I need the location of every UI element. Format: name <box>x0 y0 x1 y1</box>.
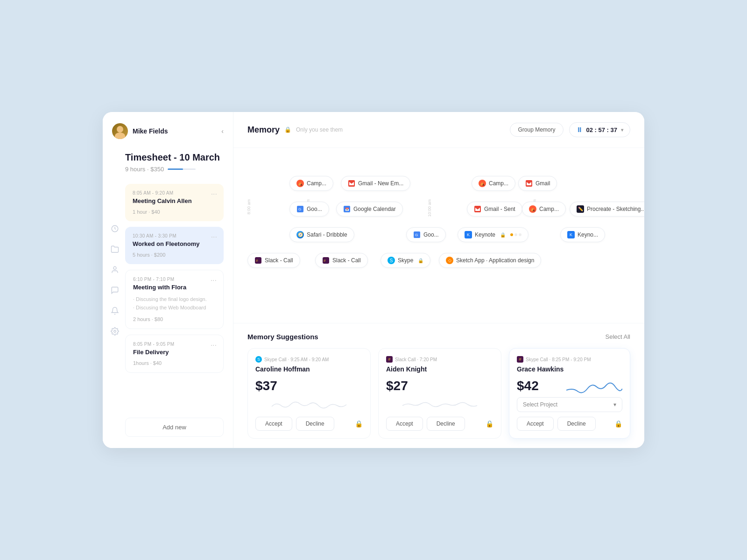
suggestions-grid: S Skype Call · 9:25 AM - 9:20 AM Carolin… <box>247 348 630 439</box>
task-meta-1: 1 hour · $40 <box>133 209 216 215</box>
bubble-google-1-label: Goo... <box>307 206 322 212</box>
bubble-gcal[interactable]: 📅 Google Calendar <box>336 202 403 217</box>
suggestion-name-1: Caroline Hoffman <box>255 365 363 373</box>
bubble-gcal-label: Google Calendar <box>353 206 396 212</box>
bubble-procreate[interactable]: ✏️ Procreate - Sketching... <box>570 202 644 217</box>
suggestions-section: Memory Suggestions Select All S Skype Ca… <box>233 323 644 448</box>
task-meta-2: 5 hours · $200 <box>133 252 216 258</box>
campfire-icon-1: ⛺ <box>296 180 304 187</box>
bubble-sketch[interactable]: ◇ Sketch App · Application design <box>439 253 541 268</box>
timer-pause-icon[interactable]: ⏸ <box>576 126 583 133</box>
task-title-1: Meeting Calvin Allen <box>133 197 216 204</box>
bubble-camp-2[interactable]: ⛺ Camp... <box>472 176 515 191</box>
bubble-camp-1[interactable]: ⛺ Camp... <box>289 176 333 191</box>
suggestion-name-2: Aiden Knight <box>386 365 493 373</box>
task-time-1: 8:05 AM - 9:20 AM <box>133 190 216 196</box>
suggestion-wave-1 <box>255 397 363 411</box>
bubble-gmail-2[interactable]: Gmail <box>518 176 557 191</box>
accept-button-1[interactable]: Accept <box>255 417 292 431</box>
nav-timer-icon[interactable] <box>110 224 120 233</box>
suggestion-name-3: Grace Hawkins <box>517 365 622 373</box>
campfire-icon-2: ⛺ <box>479 180 486 187</box>
svg-text:G: G <box>298 207 301 211</box>
timesheet-title: Timesheet - 10 March <box>125 152 224 163</box>
task-card-2[interactable]: 10:30 AM - 3:30 PM Worked on Fleetonomy … <box>125 227 224 264</box>
task-card-4[interactable]: 8:05 PM - 9:05 PM File Delivery 1hours ·… <box>125 335 224 373</box>
accept-button-3[interactable]: Accept <box>517 417 554 431</box>
bubble-gmail-2-label: Gmail <box>536 180 550 187</box>
suggestion-card-1[interactable]: S Skype Call · 9:25 AM - 9:20 AM Carolin… <box>247 348 371 439</box>
suggestion-card-3[interactable]: # Skype Call · 8:25 PM - 9:20 PM Grace H… <box>509 348 630 439</box>
progress-fill <box>168 168 183 170</box>
sidebar-collapse-button[interactable]: ‹ <box>221 127 224 135</box>
decline-button-3[interactable]: Decline <box>557 417 596 431</box>
nav-folder-icon[interactable] <box>110 245 120 254</box>
nav-settings-icon[interactable] <box>110 327 120 336</box>
bubble-safari-label: Safari - Dribbble <box>307 231 347 238</box>
memory-lock-icon: 🔒 <box>284 126 291 133</box>
bubble-camp-3-label: Camp... <box>539 206 559 212</box>
suggestion-lock-icon-2: 🔒 <box>486 420 493 427</box>
sidebar-header: Mike Fields ‹ <box>112 123 224 139</box>
bubble-safari[interactable]: 🧭 Safari - Dribbble <box>289 227 354 242</box>
task-more-3[interactable]: ··· <box>211 277 217 284</box>
task-card-3[interactable]: 6:10 PM - 7:10 PM Meeting with Flora · D… <box>125 270 224 329</box>
keynote-icon-1: K <box>465 231 472 238</box>
bubble-gmail-1[interactable]: Gmail - New Em... <box>341 176 410 191</box>
bubble-camp-3[interactable]: ⛺ Camp... <box>522 202 566 217</box>
task-card-1[interactable]: 8:05 AM - 9:20 AM Meeting Calvin Allen 1… <box>125 184 224 221</box>
bubble-slack-2-label: Slack - Call <box>332 257 361 264</box>
slack-icon-1: # <box>254 257 262 264</box>
task-list: 8:05 AM - 9:20 AM Meeting Calvin Allen 1… <box>112 184 224 410</box>
skype-lock-icon: 🔒 <box>418 258 423 263</box>
task-more-1[interactable]: ··· <box>211 190 217 198</box>
bubble-gmail-sent-label: Gmail - Sent <box>484 206 515 212</box>
suggestion-card-2[interactable]: # Slack Call · 7:20 PM Aiden Knight $27 … <box>378 348 501 439</box>
procreate-icon: ✏️ <box>577 205 584 213</box>
decline-button-1[interactable]: Decline <box>296 417 334 431</box>
select-all-button[interactable]: Select All <box>606 333 630 340</box>
accept-button-2[interactable]: Accept <box>386 417 423 431</box>
timer-chevron-icon[interactable]: ▾ <box>621 127 623 133</box>
select-project-dropdown[interactable]: Select Project ▾ <box>517 397 622 412</box>
nav-bell-icon[interactable] <box>110 306 120 315</box>
bubble-google-2-label: Goo... <box>423 231 439 238</box>
add-new-button[interactable]: Add new <box>125 418 224 437</box>
gcal-icon: 📅 <box>343 205 351 213</box>
task-time-4: 8:05 PM - 9:05 PM <box>133 342 216 347</box>
bubble-slack-1[interactable]: # Slack - Call <box>247 253 300 268</box>
task-meta-4: 1hours · $40 <box>133 360 216 366</box>
keynote-1-lock-icon: 🔒 <box>500 232 506 238</box>
bubble-slack-2[interactable]: # Slack - Call <box>315 253 368 268</box>
bubble-skype-label: Skype <box>398 257 413 264</box>
task-notes-3: · Discusing the final logo design.· Disc… <box>133 295 216 312</box>
memory-header: Memory 🔒 Only you see them Group Memory … <box>233 112 644 148</box>
bubble-slack-1-label: Slack - Call <box>265 257 293 264</box>
nav-user-icon[interactable] <box>110 265 120 274</box>
task-title-4: File Delivery <box>133 349 216 356</box>
gmail-sent-icon <box>474 205 481 213</box>
main-content: Memory 🔒 Only you see them Group Memory … <box>233 112 644 448</box>
bubble-google-1[interactable]: G Goo... <box>289 202 329 217</box>
suggestion-skype-icon-1: S <box>255 356 262 363</box>
nav-chat-icon[interactable] <box>110 286 120 295</box>
decline-button-2[interactable]: Decline <box>427 417 465 431</box>
bubble-skype[interactable]: S Skype 🔒 <box>381 253 430 268</box>
suggestion-source-3: # Skype Call · 8:25 PM - 9:20 PM <box>517 356 622 363</box>
sidebar-user: Mike Fields <box>112 123 168 139</box>
bubble-google-2[interactable]: G Goo... <box>406 227 446 242</box>
gmail-icon-2 <box>525 180 533 187</box>
bubble-gmail-sent[interactable]: Gmail - Sent <box>467 202 522 217</box>
username: Mike Fields <box>133 127 168 135</box>
bubble-keynote-1[interactable]: K Keynote 🔒 <box>458 227 529 242</box>
task-more-2[interactable]: ··· <box>211 233 217 241</box>
task-more-4[interactable]: ··· <box>211 342 217 349</box>
task-title-3: Meeting with Flora <box>133 284 216 291</box>
bubble-camp-2-label: Camp... <box>489 180 508 187</box>
suggestion-amount-1: $37 <box>255 378 363 393</box>
svg-point-2 <box>114 330 116 333</box>
suggestion-lock-icon-3: 🔒 <box>614 420 622 427</box>
avatar <box>112 123 128 139</box>
bubble-keynote-2[interactable]: K Keyno... <box>560 227 605 242</box>
group-memory-button[interactable]: Group Memory <box>510 123 563 137</box>
